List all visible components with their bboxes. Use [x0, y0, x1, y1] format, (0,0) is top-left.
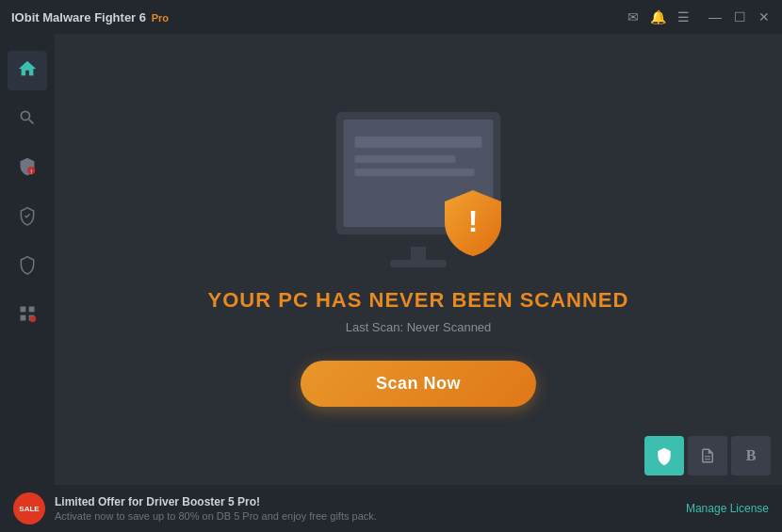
svg-text:!: ! — [30, 168, 32, 174]
sidebar-item-grid[interactable] — [8, 296, 47, 335]
scan-status-title: YOUR PC HAS NEVER BEEN SCANNED — [208, 288, 629, 313]
window-controls: — ☐ ✕ — [707, 8, 773, 25]
search-icon — [18, 108, 37, 132]
manage-license-link[interactable]: Manage License — [686, 502, 769, 515]
title-bar: IObit Malware Fighter 6 Pro ✉ 🔔 ☰ — ☐ ✕ — [0, 0, 782, 34]
svg-rect-4 — [21, 314, 26, 320]
sidebar-item-home[interactable] — [8, 51, 47, 90]
shield-badge-icon: ! — [18, 156, 37, 182]
scan-now-button[interactable]: Scan Now — [301, 361, 536, 407]
title-bar-icons: ✉ 🔔 ☰ — ☐ ✕ — [627, 8, 773, 25]
home-icon — [17, 58, 38, 84]
warning-shield: ! — [443, 188, 503, 258]
svg-point-6 — [30, 315, 37, 322]
screen-line-1 — [355, 137, 482, 148]
grid-icon — [18, 304, 37, 328]
minimize-button[interactable]: — — [707, 8, 724, 25]
mail-icon[interactable]: ✉ — [627, 9, 639, 24]
sidebar-item-scan[interactable] — [8, 100, 47, 139]
monitor-illustration: ! — [324, 112, 513, 267]
offer-sub: Activate now to save up to 80% on DB 5 P… — [55, 510, 377, 522]
title-bar-left: IObit Malware Fighter 6 Pro — [11, 10, 169, 24]
screen-line-3 — [355, 169, 475, 176]
sidebar-item-shield-outline[interactable] — [8, 247, 47, 286]
app-title: IObit Malware Fighter 6 Pro — [11, 10, 169, 24]
maximize-button[interactable]: ☐ — [731, 8, 748, 25]
bell-icon[interactable]: 🔔 — [650, 9, 666, 24]
doc-button[interactable] — [688, 436, 727, 476]
sidebar-item-protection[interactable]: ! — [8, 149, 47, 188]
shield-check-icon — [18, 205, 37, 231]
screen-line-2 — [355, 155, 456, 163]
shield-active-button[interactable] — [644, 436, 684, 476]
app-title-badge: Pro — [152, 12, 169, 24]
bottom-right-buttons: B — [644, 436, 771, 476]
sale-badge: Sale — [13, 492, 45, 524]
svg-rect-3 — [29, 306, 35, 312]
status-bar-left: Sale Limited Offer for Driver Booster 5 … — [13, 492, 377, 524]
sidebar-item-shield-check[interactable] — [8, 198, 47, 237]
main-content: ! YOUR PC HAS NEVER BEEN SCANNED Last Sc… — [55, 34, 782, 485]
status-bar: Sale Limited Offer for Driver Booster 5 … — [0, 485, 782, 532]
sidebar: ! — [0, 34, 55, 485]
bold-button[interactable]: B — [731, 436, 771, 476]
scan-last-scan: Last Scan: Never Scanned — [346, 320, 492, 334]
shield-outline-icon — [18, 254, 37, 280]
svg-text:!: ! — [468, 204, 479, 238]
offer-title: Limited Offer for Driver Booster 5 Pro! — [55, 495, 377, 508]
bold-icon: B — [746, 447, 757, 464]
svg-rect-2 — [21, 306, 26, 312]
menu-icon[interactable]: ☰ — [677, 9, 690, 24]
monitor-base — [390, 260, 447, 267]
close-button[interactable]: ✕ — [756, 8, 773, 25]
status-text-wrap: Limited Offer for Driver Booster 5 Pro! … — [55, 495, 377, 522]
